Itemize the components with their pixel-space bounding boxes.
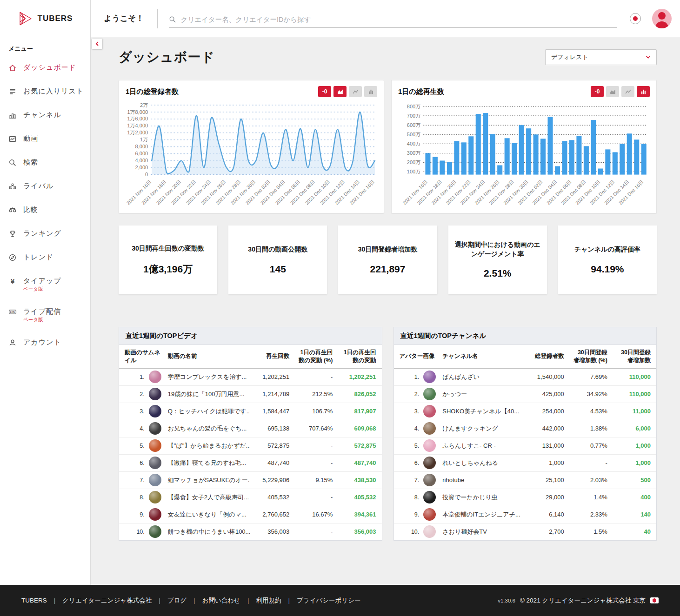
footer-link-3[interactable]: お問い合わせ — [202, 596, 240, 605]
table-row[interactable]: 2. 19歳の妹に「100万円用意... 1,214,789 212.5% 82… — [119, 385, 382, 403]
sidebar-item-ranking[interactable]: ランキング — [0, 222, 90, 245]
user-avatar[interactable] — [652, 9, 672, 28]
table-row[interactable]: 8. 【爆食】女子2人で高級寿司... 405,532 - 405,532 — [119, 489, 382, 506]
rank-label: 2. — [140, 391, 144, 397]
avatar — [423, 491, 436, 503]
sidebar-item-live[interactable]: LIVE ライブ配信 ベータ版 — [0, 300, 90, 331]
table-row[interactable]: 4. お兄ちゃんの髪の毛をぐち... 695,138 707.64% 609,0… — [119, 420, 382, 437]
stat-label: 30日間登録者増加数 — [345, 245, 430, 254]
table-row[interactable]: 7. rihotube 25,100 2.03% 500 — [394, 471, 657, 489]
item-name: 【爆食】女子2人で高級寿司... — [165, 489, 250, 506]
beta-badge: ベータ版 — [23, 286, 61, 292]
bar-chart-toggle[interactable] — [637, 86, 650, 97]
chart-view-toggles: -0 — [318, 86, 377, 97]
change-percent: 4.53% — [570, 403, 613, 420]
avatar — [149, 525, 161, 538]
table-row[interactable]: 7. 細マッチョがSASUKEのオー... 5,229,906 9.15% 43… — [119, 471, 382, 489]
table-row[interactable]: 8. 投資でーたかじり虫 29,000 1.4% 400 — [394, 489, 657, 506]
svg-text:100万: 100万 — [407, 169, 420, 174]
rank-label: 6. — [414, 460, 419, 466]
rank-label: 5. — [414, 443, 419, 449]
table-row[interactable]: 6. 【激痛】寝てる兄のすね毛... 487,740 - 487,740 — [119, 454, 382, 471]
area-chart-toggle[interactable] — [606, 86, 619, 97]
change-percent: 1.38% — [570, 420, 613, 437]
table-row[interactable]: 9. 本堂俊輔のITエンジニアチ... 6,140 2.33% 140 — [394, 506, 657, 523]
svg-text:400万: 400万 — [407, 141, 420, 146]
bar-chart-toggle[interactable] — [364, 86, 377, 97]
footer-link-1[interactable]: クリエイターニンジャ株式会社 — [62, 596, 152, 605]
sidebar-item-label: トレンド — [23, 253, 53, 262]
change-value: 817,907 — [338, 403, 381, 420]
sidebar-item-compare[interactable]: 比較 — [0, 198, 90, 222]
sidebar-item-tieup[interactable]: ¥ タイアップ ベータ版 — [0, 269, 90, 300]
search-icon — [169, 16, 176, 23]
line-chart-toggle[interactable] — [621, 86, 634, 97]
total-count: 1,000 — [525, 454, 570, 471]
area-chart-toggle[interactable] — [333, 86, 347, 97]
change-percent: 2.33% — [570, 506, 613, 523]
table-row[interactable]: 1. 学歴コンプレックスを治す... 1,202,251 - 1,202,251 — [119, 368, 382, 385]
preset-select[interactable]: デフォレスト — [545, 49, 657, 65]
table-row[interactable]: 3. Q：ヒッチハイクは犯罪です... 1,584,447 106.7% 817… — [119, 403, 382, 420]
avatar — [423, 422, 436, 435]
table-row[interactable]: 2. かっつー 425,000 34.92% 110,000 — [394, 385, 657, 403]
change-percent: - — [295, 437, 338, 454]
trophy-icon — [8, 230, 17, 238]
notification-indicator[interactable] — [630, 13, 641, 24]
sidebar-item-dashboard[interactable]: ダッシュボード — [0, 56, 90, 79]
scale-icon — [8, 206, 17, 214]
search-input[interactable] — [181, 16, 617, 23]
total-count: 425,000 — [525, 385, 570, 403]
sidebar-item-label: アカウント — [23, 338, 61, 347]
sidebar-item-rivals[interactable]: ライバル — [0, 174, 90, 198]
rank-label: 7. — [140, 477, 144, 484]
rank-label: 8. — [140, 494, 144, 501]
avatar — [149, 371, 161, 383]
stat-card-videos-published: 30日間の動画公開数 145 — [228, 225, 327, 294]
avatar — [423, 405, 436, 417]
change-value: 572,875 — [338, 437, 381, 454]
sidebar-item-trend[interactable]: トレンド — [0, 245, 90, 269]
table-row[interactable]: 10. さおり麺好会TV 2,700 1.5% 40 — [394, 523, 657, 540]
table-row[interactable]: 5. 【"ば"】から始まるおかずだ... 572,875 - 572,875 — [119, 437, 382, 454]
table-row[interactable]: 4. けんますクッキング 442,000 1.38% 6,000 — [394, 420, 657, 437]
table-row[interactable]: 9. 女友達にいきなり「例のマ... 2,760,652 16.67% 394,… — [119, 506, 382, 523]
table-row[interactable]: 3. SHOKO美チャンネル【40... 254,000 4.53% 11,00… — [394, 403, 657, 420]
footer-link-2[interactable]: ブログ — [167, 596, 187, 605]
footer-link-0[interactable]: TUBERS — [21, 597, 47, 604]
sidebar-collapse-button[interactable] — [92, 39, 102, 49]
stat-label: 選択期間中における動画のエンゲージメント率 — [455, 240, 540, 258]
svg-text:600万: 600万 — [407, 122, 420, 128]
total-count: 6,140 — [525, 506, 570, 523]
column-header: 総登録者数 — [525, 345, 570, 368]
total-count: 5,229,906 — [250, 471, 295, 489]
avatar — [149, 508, 161, 521]
table-row[interactable]: 5. ふらんしすこ- CR - 131,000 0.77% 1,000 — [394, 437, 657, 454]
change-value: 500 — [613, 471, 656, 489]
change-percent: 1.5% — [570, 523, 613, 540]
sidebar-item-channels[interactable]: チャンネル — [0, 103, 90, 127]
table-row[interactable]: 1. ばんばんざい 1,540,000 7.69% 110,000 — [394, 368, 657, 385]
change-value: 405,532 — [338, 489, 381, 506]
sidebar-item-label: ライブ配信 — [23, 307, 61, 316]
views-bar-chart: 800万700万600万500万400万300万200万100万2021 Nov… — [398, 100, 650, 212]
table-row[interactable]: 6. れいとしちゃんねる 1,000 - 1,000 — [394, 454, 657, 471]
sidebar-item-videos[interactable]: 動画 — [0, 127, 90, 151]
total-count: 1,202,251 — [250, 368, 295, 385]
footer-link-5[interactable]: プライバシーポリシー — [297, 596, 361, 605]
sidebar-item-account[interactable]: アカウント — [0, 331, 90, 354]
change-percent: - — [295, 523, 338, 540]
sidebar-item-favorites[interactable]: お気に入りリスト — [0, 79, 90, 103]
sidebar-item-search[interactable]: 検索 — [0, 151, 90, 174]
footer-link-4[interactable]: 利用規約 — [256, 596, 281, 605]
tubers-logo[interactable]: TUBERS — [0, 0, 91, 37]
footer: TUBERS|クリエイターニンジャ株式会社|ブログ|お問い合わせ|利用規約|プラ… — [0, 585, 680, 616]
table-row[interactable]: 10. 餅つき機の中にうまい棒100... 356,003 - 356,003 — [119, 523, 382, 540]
live-icon: LIVE — [8, 308, 17, 316]
brand-text: TUBERS — [38, 14, 73, 23]
svg-text:1万: 1万 — [140, 137, 148, 142]
stat-label: 30日間の動画公開数 — [235, 245, 320, 254]
line-chart-toggle[interactable] — [349, 86, 362, 97]
avatar — [423, 525, 436, 538]
chevron-down-icon — [646, 55, 651, 59]
